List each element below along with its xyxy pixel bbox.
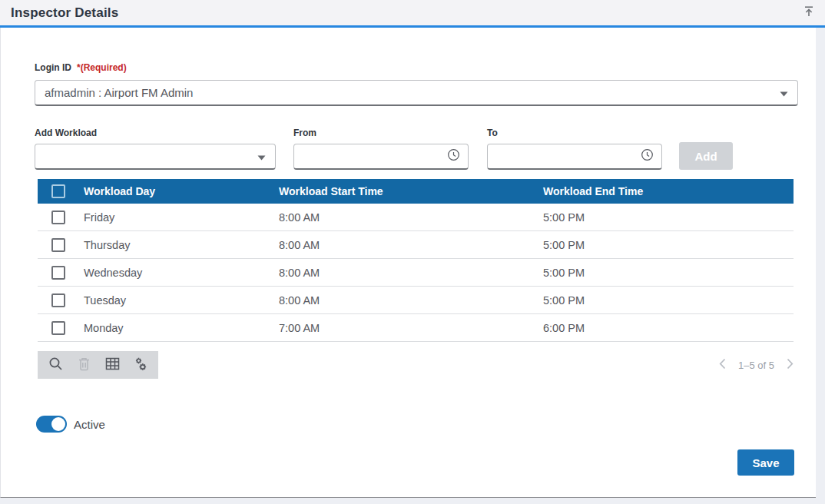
clock-icon[interactable]	[447, 148, 460, 164]
gears-icon	[133, 356, 148, 374]
search-button[interactable]	[45, 354, 66, 376]
delete-button[interactable]	[73, 354, 94, 376]
row-checkbox[interactable]	[51, 266, 65, 280]
settings-button[interactable]	[130, 354, 151, 376]
table-row[interactable]: Wednesday 8:00 AM 5:00 PM	[38, 259, 794, 287]
pagination-range-label: 1–5 of 5	[738, 360, 774, 371]
table-row[interactable]: Monday 7:00 AM 6:00 PM	[38, 314, 794, 342]
next-page-button[interactable]	[787, 358, 794, 372]
workload-day-cell: Wednesday	[84, 267, 279, 279]
from-time-field	[293, 144, 469, 170]
login-id-select[interactable]: afmadmin : Airport FM Admin	[35, 80, 798, 106]
workload-start-cell: 8:00 AM	[279, 211, 543, 224]
to-time-input[interactable]	[495, 150, 641, 163]
login-id-value: afmadmin : Airport FM Admin	[45, 86, 193, 99]
titlebar: Inspector Details	[0, 0, 825, 28]
chevron-right-icon	[787, 358, 794, 372]
table-row[interactable]: Thursday 8:00 AM 5:00 PM	[38, 231, 794, 259]
login-id-label: Login ID	[35, 62, 71, 73]
chevron-down-icon	[780, 86, 788, 99]
workload-end-cell: 5:00 PM	[543, 267, 794, 279]
add-button[interactable]: Add	[679, 142, 733, 170]
workload-day-cell: Friday	[84, 211, 279, 224]
column-header-workload-end-time: Workload End Time	[543, 185, 794, 197]
workload-end-cell: 5:00 PM	[543, 211, 794, 224]
workload-start-cell: 8:00 AM	[279, 239, 543, 251]
workload-day-cell: Monday	[84, 322, 279, 334]
workload-start-cell: 7:00 AM	[279, 322, 543, 334]
row-checkbox[interactable]	[51, 321, 65, 335]
toggle-knob	[51, 417, 65, 431]
workload-start-cell: 8:00 AM	[279, 294, 543, 307]
column-header-workload-start-time: Workload Start Time	[279, 185, 543, 197]
save-button[interactable]: Save	[737, 449, 794, 476]
page-title: Inspector Details	[11, 5, 118, 21]
table-row[interactable]: Friday 8:00 AM 5:00 PM	[38, 204, 794, 231]
active-toggle-row: Active	[36, 416, 797, 433]
workload-end-cell: 5:00 PM	[543, 294, 794, 307]
from-label: From	[293, 128, 469, 138]
table-icon	[105, 357, 120, 373]
from-time-input[interactable]	[302, 150, 447, 163]
chevron-down-icon	[257, 150, 266, 163]
workload-end-cell: 6:00 PM	[543, 322, 794, 334]
required-note: *(Required)	[77, 62, 127, 73]
select-all-checkbox[interactable]	[51, 184, 65, 198]
table-header-row: Workload Day Workload Start Time Workloa…	[38, 179, 794, 204]
add-workload-select[interactable]	[35, 144, 276, 170]
table-footer: 1–5 of 5	[38, 351, 794, 379]
workload-end-cell: 5:00 PM	[543, 239, 794, 251]
workload-table: Workload Day Workload Start Time Workloa…	[38, 179, 794, 342]
add-workload-row: Add Workload From	[35, 128, 797, 170]
to-label: To	[487, 128, 662, 138]
workload-day-cell: Tuesday	[84, 294, 279, 307]
clock-icon[interactable]	[641, 148, 654, 164]
login-id-label-row: Login ID*(Required)	[35, 60, 797, 74]
table-row[interactable]: Tuesday 8:00 AM 5:00 PM	[38, 287, 794, 314]
row-checkbox[interactable]	[51, 238, 65, 252]
workload-start-cell: 8:00 AM	[279, 267, 543, 279]
inspector-details-panel: Login ID*(Required) afmadmin : Airport F…	[0, 28, 816, 498]
add-workload-label: Add Workload	[35, 128, 276, 138]
search-icon	[48, 356, 63, 373]
collapse-panel-button[interactable]	[800, 5, 817, 22]
column-header-workload-day: Workload Day	[84, 185, 279, 197]
active-toggle[interactable]	[36, 416, 67, 433]
workload-day-cell: Thursday	[84, 239, 279, 251]
row-checkbox[interactable]	[51, 211, 65, 224]
previous-page-button[interactable]	[719, 358, 726, 372]
trash-icon	[78, 356, 91, 373]
table-columns-button[interactable]	[101, 354, 123, 376]
row-checkbox[interactable]	[51, 293, 65, 307]
chevron-left-icon	[719, 358, 726, 372]
to-time-field	[487, 144, 662, 170]
collapse-up-icon	[803, 5, 815, 20]
pagination: 1–5 of 5	[719, 358, 794, 372]
active-toggle-label: Active	[74, 418, 105, 431]
table-toolbar	[38, 351, 158, 379]
